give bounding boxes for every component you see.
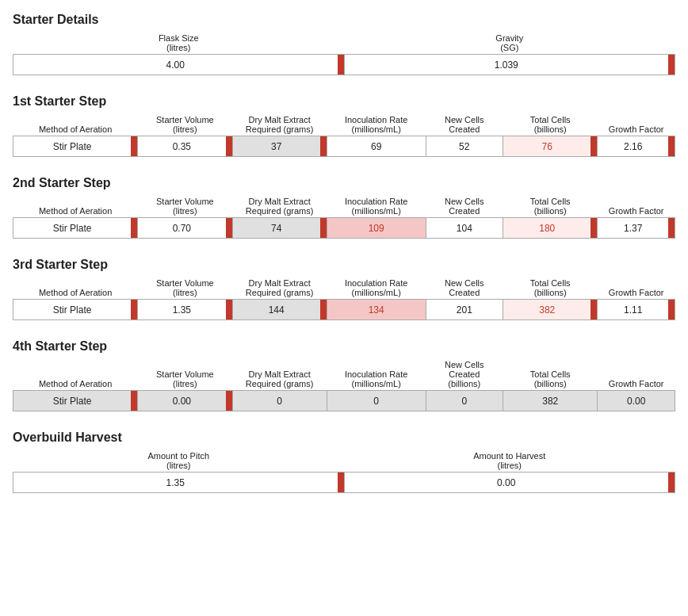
step2-volume-tab: [226, 218, 232, 238]
step1-growth-header: Growth Factor: [598, 113, 675, 136]
overbuild-data-row: 1.35 0.00: [13, 473, 675, 493]
step1-method-tab: [131, 136, 137, 156]
step4-newcells-header: New CellsCreated(billions): [426, 358, 503, 391]
step4-dme-cell: 0: [232, 391, 327, 411]
starter-details-row: 4.00 1.039: [13, 55, 675, 75]
step2-volume-header: Starter Volume(litres): [138, 195, 232, 218]
step3-method-cell[interactable]: Stir Plate: [13, 300, 138, 320]
step1-growth-tab: [668, 136, 675, 156]
pitch-red-tab: [338, 473, 344, 492]
step4-growth-header: Growth Factor: [598, 358, 675, 391]
step2-growth-tab: [668, 218, 675, 238]
step2-inoculation-cell: 109: [327, 218, 426, 239]
starter-details-title: Starter Details: [13, 13, 675, 27]
step3-dme-header: Dry Malt ExtractRequired (grams): [232, 277, 327, 300]
step1-method-header: Method of Aeration: [13, 113, 138, 136]
step2-section: 2nd Starter Step Method of Aeration Star…: [13, 176, 675, 239]
step3-title: 3rd Starter Step: [13, 258, 675, 272]
step2-title: 2nd Starter Step: [13, 176, 675, 190]
flask-size-cell[interactable]: 4.00: [13, 55, 345, 75]
step2-method-tab: [131, 218, 137, 238]
step4-volume-tab: [226, 391, 232, 411]
step4-inoculation-cell: 0: [327, 391, 426, 411]
step3-volume-cell[interactable]: 1.35: [138, 300, 232, 320]
step2-totalcells-tab: [591, 218, 597, 238]
step1-method-cell[interactable]: Stir Plate: [13, 136, 138, 157]
gravity-red-tab: [668, 55, 675, 75]
step3-growth-header: Growth Factor: [598, 277, 675, 300]
step3-newcells-header: New CellsCreated: [426, 277, 503, 300]
step3-method-header: Method of Aeration: [13, 277, 138, 300]
gravity-header: Gravity(SG): [344, 32, 675, 55]
step1-totalcells-header: Total Cells(billions): [503, 113, 598, 136]
step4-volume-cell[interactable]: 0.00: [138, 391, 232, 411]
step4-dme-header: Dry Malt ExtractRequired (grams): [232, 358, 327, 391]
step3-totalcells-tab: [591, 300, 597, 319]
gravity-cell[interactable]: 1.039: [344, 55, 675, 75]
step4-method-header: Method of Aeration: [13, 358, 138, 391]
step3-newcells-cell: 201: [426, 300, 503, 320]
step4-method-tab: [131, 391, 137, 411]
step2-dme-header: Dry Malt ExtractRequired (grams): [232, 195, 327, 218]
step3-volume-tab: [226, 300, 232, 319]
step4-growth-cell: 0.00: [598, 391, 675, 411]
pitch-header: Amount to Pitch(litres): [13, 450, 345, 473]
step3-volume-header: Starter Volume(litres): [138, 277, 232, 300]
step1-inoculation-cell: 69: [327, 136, 426, 157]
step2-method-header: Method of Aeration: [13, 195, 138, 218]
harvest-header: Amount to Harvest(litres): [344, 450, 675, 473]
step1-totalcells-cell: 76: [503, 136, 598, 157]
step1-inoculation-header: Inoculation Rate(millions/mL): [327, 113, 426, 136]
overbuild-title: Overbuild Harvest: [13, 430, 675, 445]
step2-totalcells-header: Total Cells(billions): [503, 195, 598, 218]
step4-volume-header: Starter Volume(litres): [138, 358, 232, 391]
step3-data-row: Stir Plate 1.35 144: [13, 300, 675, 320]
step4-newcells-cell: 0: [426, 391, 503, 411]
step2-newcells-header: New CellsCreated: [426, 195, 503, 218]
step3-totalcells-header: Total Cells(billions): [503, 277, 598, 300]
step2-inoculation-header: Inoculation Rate(millions/mL): [327, 195, 426, 218]
starter-details-section: Starter Details Flask Size(litres) Gravi…: [13, 13, 675, 75]
step4-data-row: Stir Plate 0.00 0: [13, 391, 675, 411]
step3-inoculation-cell: 134: [327, 300, 426, 320]
step2-dme-tab: [320, 218, 327, 238]
step2-totalcells-cell: 180: [503, 218, 598, 239]
step1-section: 1st Starter Step Method of Aeration Star…: [13, 94, 675, 157]
step4-totalcells-header: Total Cells(billions): [503, 358, 598, 391]
flask-red-tab: [338, 55, 344, 75]
step2-dme-cell: 74: [232, 218, 327, 239]
step1-totalcells-tab: [591, 136, 597, 156]
overbuild-section: Overbuild Harvest Amount to Pitch(litres…: [13, 430, 675, 493]
step2-growth-cell: 1.37: [598, 218, 675, 239]
step1-data-row: Stir Plate 0.35 37: [13, 136, 675, 157]
step1-dme-cell: 37: [232, 136, 327, 157]
step4-section: 4th Starter Step Method of Aeration Star…: [13, 339, 675, 411]
step3-totalcells-cell: 382: [503, 300, 598, 320]
step1-newcells-cell: 52: [426, 136, 503, 157]
step3-dme-tab: [320, 300, 327, 319]
step1-dme-header: Dry Malt ExtractRequired (grams): [232, 113, 327, 136]
step3-method-tab: [131, 300, 137, 319]
harvest-cell[interactable]: 0.00: [344, 473, 675, 493]
harvest-red-tab: [668, 473, 675, 492]
step1-dme-tab: [320, 136, 327, 156]
step3-dme-cell: 144: [232, 300, 327, 320]
step3-section: 3rd Starter Step Method of Aeration Star…: [13, 258, 675, 320]
step4-method-cell[interactable]: Stir Plate: [13, 391, 138, 411]
step2-growth-header: Growth Factor: [598, 195, 675, 218]
step1-newcells-header: New CellsCreated: [426, 113, 503, 136]
step2-method-cell[interactable]: Stir Plate: [13, 218, 138, 239]
pitch-cell[interactable]: 1.35: [13, 473, 345, 493]
step1-volume-tab: [226, 136, 232, 156]
step2-data-row: Stir Plate 0.70 74: [13, 218, 675, 239]
step1-volume-header: Starter Volume(litres): [138, 113, 232, 136]
step3-inoculation-header: Inoculation Rate(millions/mL): [327, 277, 426, 300]
step3-growth-cell: 1.11: [598, 300, 675, 320]
step4-title: 4th Starter Step: [13, 339, 675, 354]
step1-growth-cell: 2.16: [598, 136, 675, 157]
step4-totalcells-cell: 382: [503, 391, 598, 411]
step3-growth-tab: [668, 300, 675, 319]
step2-volume-cell[interactable]: 0.70: [138, 218, 232, 239]
step4-inoculation-header: Inoculation Rate(millions/mL): [327, 358, 426, 391]
step1-volume-cell[interactable]: 0.35: [138, 136, 232, 157]
